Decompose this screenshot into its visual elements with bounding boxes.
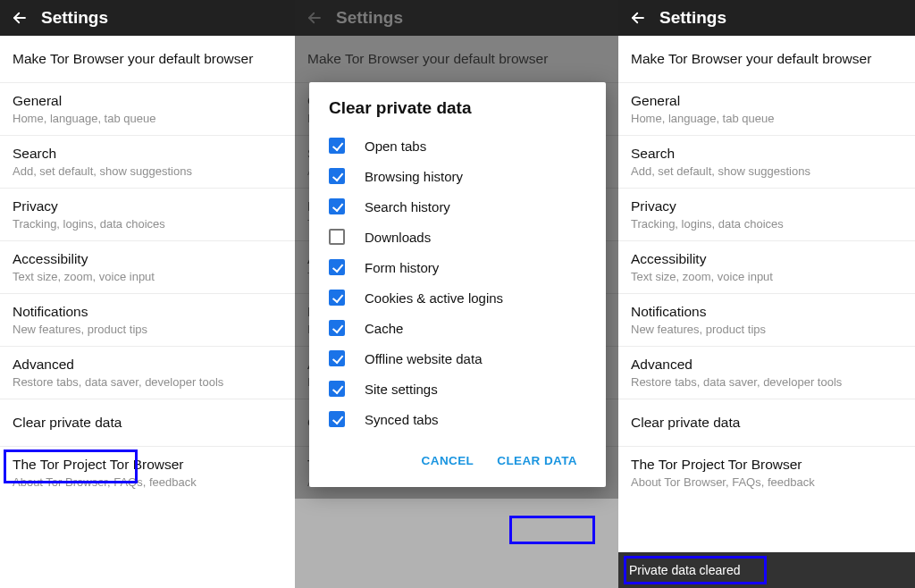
opt-site-settings[interactable]: Site settings (329, 374, 586, 404)
screen-settings-list: Settings Make Tor Browser your default b… (0, 0, 295, 588)
opt-browsing-history[interactable]: Browsing history (329, 161, 586, 191)
row-notifications[interactable]: NotificationsNew features, product tips (618, 294, 915, 347)
clear-data-button[interactable]: CLEAR DATA (488, 447, 586, 475)
toast-private-data-cleared: Private data cleared (618, 552, 915, 588)
clear-private-data-dialog: Clear private data Open tabs Browsing hi… (309, 82, 606, 487)
checkbox-icon[interactable] (329, 198, 345, 214)
checkbox-icon[interactable] (329, 411, 345, 427)
checkbox-icon[interactable] (329, 259, 345, 275)
row-privacy[interactable]: PrivacyTracking, logins, data choices (618, 189, 915, 241)
dialog-title: Clear private data (329, 98, 586, 118)
topbar-title: Settings (41, 8, 108, 28)
opt-offline[interactable]: Offline website data (329, 343, 586, 374)
back-icon[interactable] (7, 5, 32, 30)
cancel-button[interactable]: CANCEL (413, 447, 483, 475)
topbar-title: Settings (659, 8, 726, 28)
checkbox-icon[interactable] (329, 229, 345, 245)
checkbox-icon[interactable] (329, 138, 345, 154)
checkbox-icon[interactable] (329, 350, 345, 366)
row-default-browser[interactable]: Make Tor Browser your default browser (618, 36, 915, 83)
row-about[interactable]: The Tor Project Tor BrowserAbout Tor Bro… (618, 447, 915, 499)
row-privacy[interactable]: PrivacyTracking, logins, data choices (0, 189, 295, 241)
screen-settings-toast: Settings Make Tor Browser your default b… (618, 0, 915, 588)
opt-cookies[interactable]: Cookies & active logins (329, 282, 586, 313)
row-clear-private-data[interactable]: Clear private data (0, 399, 295, 447)
topbar-3: Settings (618, 0, 915, 36)
row-about[interactable]: The Tor Project Tor BrowserAbout Tor Bro… (0, 447, 295, 499)
row-advanced[interactable]: AdvancedRestore tabs, data saver, develo… (618, 347, 915, 399)
checkbox-icon[interactable] (329, 290, 345, 306)
opt-search-history[interactable]: Search history (329, 191, 586, 222)
toast-text: Private data cleared (629, 563, 741, 577)
checkbox-icon[interactable] (329, 320, 345, 336)
row-advanced[interactable]: AdvancedRestore tabs, data saver, develo… (0, 347, 295, 399)
row-default-browser[interactable]: Make Tor Browser your default browser (0, 36, 295, 83)
opt-synced-tabs[interactable]: Synced tabs (329, 404, 586, 434)
settings-list-3: Make Tor Browser your default browser Ge… (618, 36, 915, 588)
row-general[interactable]: GeneralHome, language, tab queue (618, 83, 915, 136)
opt-downloads[interactable]: Downloads (329, 222, 586, 252)
back-icon[interactable] (625, 5, 651, 30)
row-accessibility[interactable]: AccessibilityText size, zoom, voice inpu… (618, 241, 915, 294)
checkbox-icon[interactable] (329, 381, 345, 397)
row-general[interactable]: GeneralHome, language, tab queue (0, 83, 295, 136)
opt-cache[interactable]: Cache (329, 313, 586, 343)
opt-form-history[interactable]: Form history (329, 252, 586, 282)
row-search[interactable]: SearchAdd, set default, show suggestions (0, 136, 295, 189)
row-clear-private-data[interactable]: Clear private data (618, 399, 915, 447)
checkbox-icon[interactable] (329, 168, 345, 184)
row-search[interactable]: SearchAdd, set default, show suggestions (618, 136, 915, 189)
settings-list-1: Make Tor Browser your default browser Ge… (0, 36, 295, 588)
opt-open-tabs[interactable]: Open tabs (329, 130, 586, 161)
topbar-1: Settings (0, 0, 295, 36)
screen-clear-dialog: Settings Make Tor Browser your default b… (295, 0, 618, 588)
row-notifications[interactable]: NotificationsNew features, product tips (0, 294, 295, 347)
row-accessibility[interactable]: AccessibilityText size, zoom, voice inpu… (0, 241, 295, 294)
